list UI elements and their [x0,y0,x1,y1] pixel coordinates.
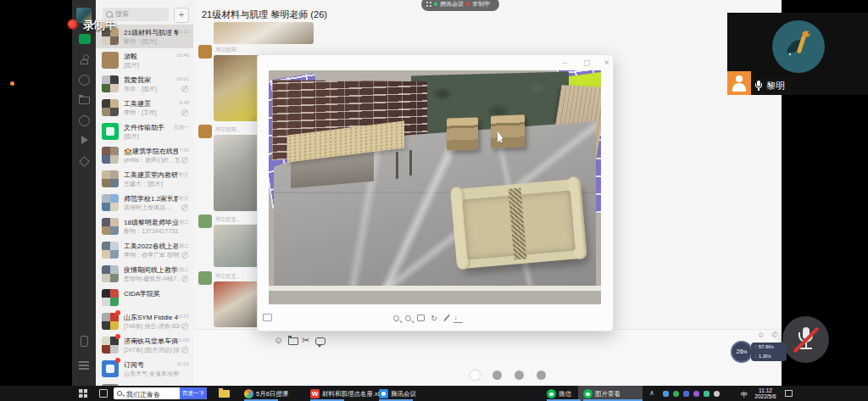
action-center-icon[interactable] [785,390,793,397]
carousel-dot[interactable] [537,370,546,380]
ime-indicator[interactable]: 中 [741,390,748,399]
chat-time: 星期二 [174,266,189,274]
start-button[interactable] [79,389,87,398]
wood-stool [447,117,478,150]
chat-avatar [102,313,119,330]
chat-list-item[interactable]: 工美2022春线上教...李明：@李广军 胡明军...星期二 [96,238,193,262]
zoom-out-icon[interactable]: – [405,315,411,321]
chat-last-message: [图片] [124,61,180,70]
chat-files-icon[interactable] [79,97,90,104]
emoji-icon[interactable]: ☺ [757,331,765,339]
video-channels-icon[interactable] [81,136,92,144]
chat-list-item[interactable]: 文件传输助手[图片]星期一 [96,120,193,143]
chat-list-item[interactable]: 工美建景室内教研室王建大：[图片]昨天 [96,167,193,191]
chat-list-item[interactable]: 游毅[图片]10:46 [96,48,193,72]
zoom-in-icon[interactable]: + [393,315,399,321]
chat-time: 9:48 [179,100,189,105]
chat-list-item[interactable]: 济南铁马堂单车俱乐...[247条] [图片消息] [动...11:08 [96,333,193,357]
mute-icon [181,347,188,354]
screenshot-icon[interactable]: ✂ [302,336,309,345]
phone-icon[interactable]: ✆ [771,331,778,339]
chat-list-item[interactable]: 18级黎明老师毕业...黎明：13724417733...星期二 [96,214,193,238]
mini-programs-icon[interactable] [79,156,90,167]
chat-time: 昨天 [179,195,189,203]
gallery-icon[interactable] [263,314,272,321]
taskbar-app-label[interactable]: 微信 [559,390,571,398]
emoji-icon[interactable]: ☺ [274,336,283,345]
battery-percent-widget[interactable]: 26% [731,341,753,363]
network-speed-widget[interactable]: ↑ 57.6K/s ↓ 1.2K/s [751,343,787,361]
baidu-search-button[interactable]: 百度一下 [180,387,207,399]
meeting-floating-bar[interactable]: 腾讯会议 录制中 [421,0,499,11]
taskbar-app-label[interactable]: 材料和肌理点名册.xls... [322,390,388,398]
chat-list-item[interactable]: 师范学校1.2家长群请按时上报体温…昨天 [96,191,193,214]
message-sender-avatar [198,45,212,58]
taskbar-app-label[interactable]: 5月6日授课 [256,390,288,398]
edit-icon[interactable] [443,314,450,321]
wechat-icon[interactable] [547,389,556,398]
message-image-thumbnail[interactable] [214,22,314,44]
close-button[interactable]: ✕ [604,59,610,67]
chat-avatar [102,360,119,377]
download-icon[interactable]: ↓ [453,313,463,323]
actual-size-icon[interactable] [417,315,425,321]
chats-icon[interactable] [79,34,91,44]
minimize-button[interactable]: – [563,59,567,67]
file-explorer-icon[interactable] [219,390,230,398]
taskbar-app-label[interactable]: 图片查看 [595,390,620,398]
tray-icon[interactable] [663,391,669,397]
mute-mic-button[interactable] [782,316,829,363]
chat-last-message: yinfila：老师们好，五... [124,156,180,164]
menu-icon[interactable] [79,361,89,363]
favorites-icon[interactable] [79,75,90,86]
chat-list-item[interactable]: CIDA学院奖 [96,286,193,309]
task-view-button[interactable] [99,389,108,398]
file-icon[interactable] [288,337,298,345]
browser-icon[interactable] [244,389,253,398]
wechat-icon[interactable] [583,389,593,398]
meeting-video-window[interactable]: 黎明 [727,13,868,95]
tray-icon[interactable] [673,391,679,397]
overlay-mini-icons[interactable]: ☺ ✆ [757,331,778,339]
bubble-dot [549,393,554,396]
chat-list-item[interactable]: 订阅号山东天气 全省多地有雷...11:01 [96,357,193,381]
mute-icon [181,252,188,259]
tray-expand-icon[interactable]: ∧ [649,389,654,397]
chat-history-icon[interactable] [315,337,326,345]
chat-input-panel[interactable]: ☺ ✂ 发送(S) [193,330,782,386]
chat-list-item[interactable]: 山东SYM Fiddle 4车...[748条] 报告-济南-836...10:… [96,309,193,333]
taskbar-search-text: 我们正青春 [126,390,160,399]
maximize-button[interactable]: ▢ [583,59,591,67]
carousel-dot[interactable] [515,370,524,380]
chat-name: 18级黎明老师毕业... [124,218,178,227]
chat-time: 星期一 [174,124,189,131]
clock[interactable]: 11:12 2022/5/6 [751,387,780,399]
meeting-icon[interactable] [379,389,388,398]
taskbar-app-label[interactable]: 腾讯会议 [391,390,416,398]
tray-icon[interactable] [693,391,699,397]
chat-list-item[interactable]: 疫情期间线上教学...楚智明-建筑室-N楼7...星期二 [96,262,193,286]
carousel-dot-active[interactable] [470,370,480,380]
wps-icon[interactable]: W [310,389,320,398]
add-chat-button[interactable]: + [174,8,189,23]
carousel-dot[interactable] [492,370,502,380]
chat-list-item[interactable]: 工美建景李明：[文件]9:48 [96,96,193,120]
tray-icon[interactable] [683,391,689,397]
moments-icon[interactable] [79,115,90,126]
mute-icon [181,276,188,282]
rotate-icon[interactable]: ↻ [431,314,440,323]
photo-miniature-room[interactable] [269,70,601,304]
tray-icon[interactable] [704,391,709,397]
contacts-icon[interactable] [81,59,88,64]
chat-list-item[interactable]: 我爱我家亲亲：[图片]10:01 [96,72,193,96]
chat-last-message: 黎明：[图片] [124,37,180,46]
recording-label: 录制中 [83,18,116,33]
chat-avatar [102,170,119,187]
taskbar-search-box[interactable]: 我们正青春 百度一下 [114,387,207,399]
chat-list-item[interactable]: 🏫建筑学院在线授课群yinfila：老师们好，五...7:42 [96,143,193,167]
meeting-pill-app: 腾讯会议 [440,0,464,8]
tray-icon[interactable] [714,391,720,397]
phone-icon[interactable] [81,336,88,347]
chat-last-message: 请按时上报体温… [124,203,180,212]
chat-last-message: [748条] 报告-济南-836... [124,322,180,331]
